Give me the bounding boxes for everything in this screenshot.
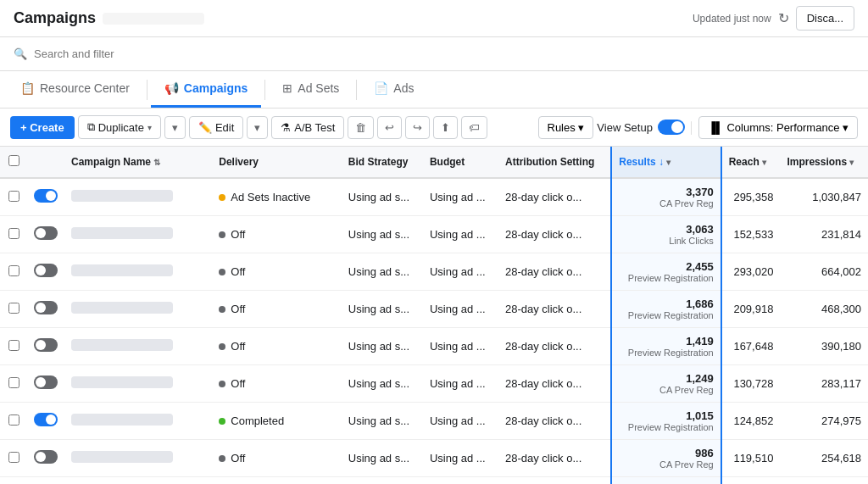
campaign-toggle-7[interactable] [34, 450, 58, 464]
result-label-3: Preview Registration [619, 310, 713, 320]
bid-strategy-cell-2: Using ad s... [342, 253, 423, 291]
columns-button[interactable]: ▐▌ Columns: Performance ▾ [698, 116, 858, 139]
tab-resource-center[interactable]: 📋 Resource Center [7, 71, 143, 108]
select-all-checkbox[interactable] [8, 155, 19, 166]
row-toggle-cell-5[interactable] [27, 365, 64, 403]
view-setup-toggle[interactable] [658, 120, 685, 135]
nav-divider-2 [264, 80, 265, 100]
impressions-header[interactable]: Impressions ▾ [780, 147, 868, 178]
table-header-row: Campaign Name ⇅ Delivery Bid Strategy Bu… [0, 147, 868, 178]
top-bar: Campaigns Updated just now ↻ Disca... [0, 0, 868, 37]
reach-cell-8: 151,452 [721, 477, 781, 485]
row-checkbox-cell[interactable] [0, 403, 27, 440]
row-checkbox-cell[interactable] [0, 291, 27, 328]
row-checkbox-cell[interactable] [0, 328, 27, 365]
bid-strategy-header: Bid Strategy [342, 147, 423, 178]
edit-dropdown-button[interactable]: ▾ [247, 116, 268, 139]
rules-button[interactable]: Rules ▾ [538, 116, 594, 139]
reach-cell-2: 293,020 [721, 253, 781, 291]
delete-button[interactable]: 🗑 [348, 116, 374, 139]
table-row: Off Using ad s... Using ad ... 28-day cl… [0, 216, 868, 253]
row-checkbox-cell[interactable] [0, 216, 27, 253]
row-toggle-cell-6[interactable] [27, 403, 64, 440]
search-bar: 🔍 [0, 37, 868, 71]
campaign-toggle-1[interactable] [34, 226, 58, 240]
delivery-cell-3: Off [212, 291, 342, 328]
campaign-toggle-5[interactable] [34, 376, 58, 389]
undo-button[interactable]: ↩ [377, 116, 402, 139]
row-toggle-cell-8[interactable] [27, 477, 64, 485]
delivery-dot-0 [219, 194, 225, 201]
row-checkbox-cell[interactable] [0, 365, 27, 403]
results-header[interactable]: Results ↓ ▾ [611, 147, 721, 178]
result-label-2: Preview Registration [619, 273, 713, 283]
tab-campaigns[interactable]: 📢 Campaigns [151, 71, 261, 108]
campaigns-table-container: Campaign Name ⇅ Delivery Bid Strategy Bu… [0, 147, 868, 484]
delivery-status-3: Off [219, 303, 335, 315]
campaign-name-cell-0 [64, 178, 212, 216]
row-checkbox-4[interactable] [8, 340, 19, 351]
toggle-header [27, 147, 64, 178]
tab-adsets[interactable]: ⊞ Ad Sets [269, 71, 353, 108]
table-row: Off Using ad s... Using ad ... 28-day cl… [0, 291, 868, 328]
duplicate-dropdown-button[interactable]: ▾ [164, 116, 186, 139]
tab-adsets-label: Ad Sets [298, 81, 339, 95]
row-toggle-cell-4[interactable] [27, 328, 64, 365]
create-button[interactable]: + Create [10, 116, 75, 139]
results-cell-3: 1,686 Preview Registration [611, 291, 721, 328]
redo-button[interactable]: ↪ [405, 116, 430, 139]
result-label-6: Preview Registration [619, 422, 713, 432]
row-checkbox-7[interactable] [8, 452, 19, 463]
campaign-toggle-4[interactable] [34, 338, 58, 352]
result-label-0: CA Prev Reg [619, 198, 713, 209]
edit-label: Edit [215, 121, 234, 134]
row-toggle-cell-2[interactable] [27, 253, 64, 291]
share-button[interactable]: ⬆ [433, 116, 458, 139]
reach-label: Reach [729, 156, 760, 168]
adsets-icon: ⊞ [282, 81, 292, 95]
discard-button[interactable]: Disca... [796, 6, 854, 31]
select-all-header[interactable] [0, 147, 27, 178]
delivery-status-1: Off [219, 228, 335, 241]
campaign-toggle-0[interactable] [34, 189, 58, 203]
ab-test-label: A/B Test [294, 121, 335, 134]
top-bar-right: Updated just now ↻ Disca... [693, 6, 854, 31]
row-toggle-cell-0[interactable] [27, 178, 64, 216]
ab-test-button[interactable]: ⚗ A/B Test [271, 116, 344, 139]
delivery-status-2: Off [219, 265, 335, 278]
results-label: Results [619, 156, 655, 168]
tag-button[interactable]: 🏷 [461, 116, 487, 139]
row-checkbox-5[interactable] [8, 377, 19, 388]
tab-ads[interactable]: 📄 Ads [360, 71, 427, 108]
row-checkbox-2[interactable] [8, 265, 19, 276]
row-checkbox-6[interactable] [8, 414, 19, 426]
row-checkbox-cell[interactable] [0, 477, 27, 485]
campaign-toggle-6[interactable] [34, 413, 58, 426]
search-input[interactable] [34, 47, 203, 60]
campaign-name-blurred-5 [71, 376, 173, 388]
row-toggle-cell-3[interactable] [27, 291, 64, 328]
impressions-sort-icon: ▾ [849, 158, 854, 167]
campaign-name-header[interactable]: Campaign Name ⇅ [64, 147, 212, 178]
reach-header[interactable]: Reach ▾ [721, 147, 781, 178]
edit-button[interactable]: ✏️ Edit [189, 116, 243, 139]
duplicate-button[interactable]: ⧉ Duplicate ▾ [78, 115, 161, 139]
impressions-cell-8: 334,792 [780, 477, 868, 485]
row-checkbox-0[interactable] [8, 191, 19, 202]
budget-label: Budget [430, 156, 465, 168]
campaign-toggle-2[interactable] [34, 264, 58, 277]
row-checkbox-cell[interactable] [0, 178, 27, 216]
row-toggle-cell-1[interactable] [27, 216, 64, 253]
campaign-toggle-3[interactable] [34, 301, 58, 314]
row-checkbox-3[interactable] [8, 303, 19, 314]
attribution-cell-1: 28-day click o... [498, 216, 611, 253]
tab-campaigns-label: Campaigns [184, 81, 248, 95]
row-checkbox-cell[interactable] [0, 253, 27, 291]
campaigns-icon: 📢 [164, 81, 179, 95]
attribution-cell-7: 28-day click o... [498, 440, 611, 477]
row-checkbox-1[interactable] [8, 228, 19, 239]
refresh-button[interactable]: ↻ [778, 10, 789, 26]
row-checkbox-cell[interactable] [0, 440, 27, 477]
bid-strategy-cell-4: Using ad s... [342, 328, 423, 365]
row-toggle-cell-7[interactable] [27, 440, 64, 477]
